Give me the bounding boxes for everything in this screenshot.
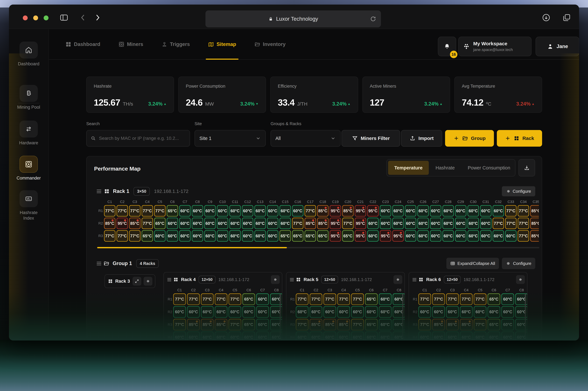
miner-cell[interactable]: 60°C bbox=[242, 218, 253, 229]
miner-cell[interactable]: 85°C bbox=[530, 230, 539, 242]
add-rack-button[interactable]: Rack bbox=[497, 130, 542, 147]
miner-cell[interactable]: 60°C bbox=[242, 306, 255, 318]
miner-cell[interactable]: 60°C bbox=[501, 306, 514, 318]
miner-cell[interactable]: 95°C bbox=[355, 230, 366, 242]
miner-cell[interactable]: 60°C bbox=[392, 205, 404, 216]
miner-cell[interactable]: 85°C bbox=[432, 319, 445, 330]
miner-cell[interactable]: 60°C bbox=[505, 230, 516, 242]
user-button[interactable]: Jane bbox=[536, 37, 579, 56]
miner-cell[interactable]: 85°C bbox=[530, 218, 539, 229]
miner-cell[interactable]: 60°C bbox=[446, 306, 459, 318]
miner-cell[interactable]: 60°C bbox=[430, 230, 441, 242]
miner-cell[interactable]: 60°C bbox=[417, 218, 429, 229]
miner-cell[interactable]: 60°C bbox=[179, 218, 191, 229]
miner-cell[interactable]: 60°C bbox=[323, 332, 336, 340]
miner-cell[interactable]: 77°C bbox=[296, 319, 308, 330]
minimize-window-button[interactable] bbox=[33, 15, 38, 20]
miner-cell[interactable]: 60°C bbox=[310, 306, 322, 318]
groups-racks-select[interactable]: All bbox=[271, 130, 341, 147]
add-group-button[interactable]: Group bbox=[445, 130, 494, 147]
miner-cell[interactable]: 60°C bbox=[179, 230, 191, 242]
miner-cell[interactable]: 85°C bbox=[310, 319, 322, 330]
miner-cell[interactable]: 60°C bbox=[442, 230, 454, 242]
miner-cell[interactable]: 60°C bbox=[468, 230, 479, 242]
mode-temperature[interactable]: Temperature bbox=[388, 161, 429, 175]
miner-cell[interactable]: 95°C bbox=[330, 230, 341, 242]
miner-cell[interactable]: 65°C bbox=[242, 293, 255, 305]
miner-cell[interactable]: 85°C bbox=[304, 218, 316, 229]
miner-cell[interactable]: 60°C bbox=[204, 218, 216, 229]
miner-cell[interactable]: 60°C bbox=[167, 218, 178, 229]
miner-cell[interactable]: 60°C bbox=[379, 293, 391, 305]
address-bar[interactable]: Luxor Technology bbox=[206, 10, 381, 27]
miner-cell[interactable]: 77°C bbox=[228, 319, 241, 330]
miner-cell[interactable]: 60°C bbox=[173, 332, 186, 340]
miner-cell[interactable]: 65°C bbox=[317, 230, 329, 242]
miner-cell[interactable]: 60°C bbox=[432, 332, 445, 340]
miner-cell[interactable]: 95°C bbox=[355, 205, 366, 216]
reload-icon[interactable] bbox=[370, 16, 376, 22]
drag-handle-icon[interactable] bbox=[290, 277, 294, 282]
miner-cell[interactable]: 60°C bbox=[480, 218, 492, 229]
tab-miners[interactable]: Miners bbox=[119, 29, 143, 59]
miner-cell[interactable]: 77°C bbox=[117, 230, 128, 242]
miner-cell[interactable]: 77°C bbox=[228, 293, 241, 305]
miner-cell[interactable]: 60°C bbox=[256, 306, 269, 318]
miner-cell[interactable]: 60°C bbox=[430, 205, 441, 216]
miner-cell[interactable]: 85°C bbox=[460, 319, 473, 330]
miner-cell[interactable]: 60°C bbox=[217, 230, 228, 242]
miner-cell[interactable]: 60°C bbox=[292, 205, 303, 216]
miner-cell[interactable]: 85°C bbox=[317, 218, 329, 229]
miner-cell[interactable]: 60°C bbox=[173, 306, 186, 318]
expand-rack-button[interactable] bbox=[133, 277, 141, 286]
rack4-vertical-scrollbar[interactable] bbox=[280, 293, 281, 338]
miner-cell[interactable]: 77°C bbox=[446, 293, 459, 305]
miner-cell[interactable]: 60°C bbox=[242, 230, 253, 242]
miner-cell[interactable]: 60°C bbox=[480, 205, 492, 216]
miner-cell[interactable]: 77°C bbox=[304, 205, 316, 216]
miners-filter-button[interactable]: Miners Filter bbox=[342, 130, 400, 147]
workspace-button[interactable]: My Workspace jane.space@luxor.tech bbox=[458, 37, 531, 56]
mode-power-consumption[interactable]: Power Consumption bbox=[461, 161, 516, 175]
miner-cell[interactable]: 77°C bbox=[474, 293, 486, 305]
miner-cell[interactable]: 60°C bbox=[379, 319, 391, 330]
expand-collapse-all-button[interactable]: Expand/Collapse All bbox=[446, 258, 499, 269]
miner-cell[interactable]: 77°C bbox=[142, 218, 153, 229]
miner-cell[interactable]: 65°C bbox=[154, 218, 165, 229]
miner-cell[interactable]: 95°C bbox=[330, 218, 341, 229]
miner-cell[interactable]: 77°C bbox=[142, 205, 153, 216]
miner-cell[interactable]: 77°C bbox=[432, 293, 445, 305]
miner-cell[interactable]: 77°C bbox=[351, 319, 364, 330]
miner-cell[interactable]: 85°C bbox=[446, 319, 459, 330]
miner-cell[interactable]: 60°C bbox=[256, 319, 269, 330]
downloads-icon[interactable] bbox=[542, 13, 551, 22]
miner-cell[interactable]: 60°C bbox=[417, 205, 429, 216]
miner-cell[interactable]: 60°C bbox=[179, 205, 191, 216]
miner-cell[interactable]: 60°C bbox=[254, 205, 266, 216]
mode-hashrate[interactable]: Hashrate bbox=[430, 161, 461, 175]
miner-cell[interactable]: 60°C bbox=[501, 332, 514, 340]
miner-cell[interactable]: 95°C bbox=[355, 218, 366, 229]
miner-cell[interactable]: 77°C bbox=[129, 205, 141, 216]
miner-cell[interactable]: 60°C bbox=[379, 332, 391, 340]
miner-cell[interactable]: 60°C bbox=[192, 205, 203, 216]
miner-cell[interactable]: 60°C bbox=[351, 306, 364, 318]
miner-cell[interactable]: 60°C bbox=[460, 332, 473, 340]
miner-cell[interactable]: 77°C bbox=[154, 205, 165, 216]
miner-cell[interactable]: 77°C bbox=[474, 319, 486, 330]
miner-cell[interactable]: 60°C bbox=[310, 332, 322, 340]
miner-cell[interactable]: 65°C bbox=[488, 293, 500, 305]
zoom-window-button[interactable] bbox=[44, 15, 49, 20]
miner-cell[interactable]: 65°C bbox=[342, 230, 354, 242]
rack6-vertical-scrollbar[interactable] bbox=[525, 293, 526, 338]
miner-cell[interactable]: 95°C bbox=[367, 205, 379, 216]
miner-cell[interactable]: 60°C bbox=[405, 205, 416, 216]
miner-cell[interactable]: 60°C bbox=[379, 306, 391, 318]
miner-cell[interactable]: 77°C bbox=[129, 230, 141, 242]
miner-cell[interactable]: 85°C bbox=[215, 319, 227, 330]
miner-cell[interactable]: 85°C bbox=[129, 218, 141, 229]
miner-cell[interactable]: 60°C bbox=[367, 218, 379, 229]
miner-cell[interactable]: 60°C bbox=[201, 306, 214, 318]
miner-cell[interactable]: 65°C bbox=[167, 205, 178, 216]
drag-handle-icon[interactable] bbox=[167, 277, 171, 282]
